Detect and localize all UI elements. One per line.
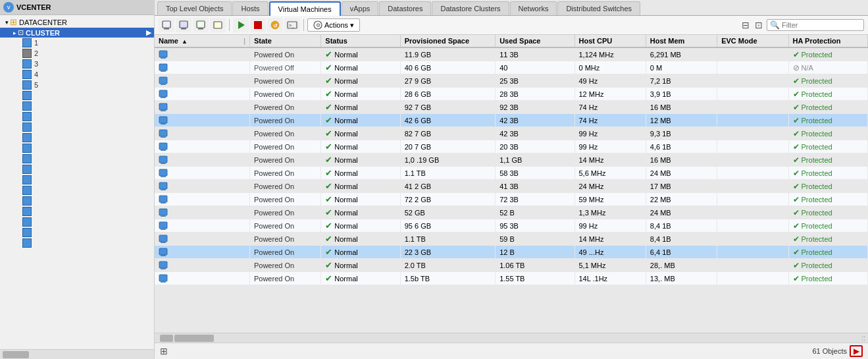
tab-datastore-clusters[interactable]: Datastore Clusters [432,1,509,15]
cell-status: ✔Normal [321,272,400,285]
svg-rect-38 [161,202,166,203]
tab-datastores[interactable]: Datastores [379,1,431,15]
col-prov[interactable]: Provisioned Space [400,35,495,47]
table-row[interactable]: Powered On✔Normal2.0 TB1.06 TB5,1 MHz28,… [155,259,868,272]
tab-vapps[interactable]: vApps [342,1,379,15]
table-row[interactable]: Powered On✔Normal1,0 .19 GB1,1 GB14 MHz1… [155,153,868,167]
actions-button[interactable]: ⚙ Actions ▾ [307,18,360,32]
vm-icon-3 [22,59,32,69]
table-row[interactable]: Powered On✔Normal72 2 GB72 3B59 MHz22 MB… [155,193,868,206]
sidebar-vm-row-extra12[interactable] [22,206,141,217]
cell-used: 25 3B [496,74,574,88]
sidebar-vm-item-5[interactable]: 5 [20,80,141,90]
svg-rect-19 [159,77,167,84]
sidebar-vm-row-extra11[interactable] [22,196,141,206]
tab-hosts[interactable]: Hosts [232,1,268,15]
table-scroll[interactable]: Name ▲ | State Status Provisioned Space … [155,35,868,333]
sidebar-item-datacenter[interactable]: ▾ ⊞ DATACENTER [0,16,154,28]
sidebar-vm-row-extra8[interactable] [22,164,141,175]
sidebar-vm-row-extra4[interactable] [22,122,141,132]
table-row[interactable]: Powered On✔Normal28 6 GB28 3B12 MHz3,9 1… [155,88,868,101]
table-row[interactable]: Powered On✔Normal1.1 TB59 B14 MHz8,4 1B✔… [155,233,868,246]
toolbar-btn-power-off[interactable] [250,18,266,32]
col-state[interactable]: State [249,35,320,47]
table-row[interactable]: Powered On✔Normal22 3 GB12 B49 ...Hz6,4 … [155,246,868,259]
table-row[interactable]: Powered On✔Normal42 6 GB42 3B74 Hz12 MB✔… [155,114,868,127]
toolbar-btn-power-on[interactable] [233,18,249,32]
cell-hcpu: 1,3 MHz [574,206,646,219]
sidebar-vm-row-extra5[interactable] [22,132,141,143]
export-icon[interactable]: ⊡ [753,18,764,32]
col-status[interactable]: Status [321,35,400,47]
cell-used: 1.55 TB [496,272,574,285]
table-row[interactable]: Powered On✔Normal11.9 GB11 3B1,124 MHz6,… [155,47,868,61]
sidebar-vm-row-extra9[interactable] [22,175,141,185]
sidebar-vm-row-extra15[interactable] [22,238,141,248]
table-row[interactable]: Powered On✔Normal20 7 GB20 3B99 Hz4,6 1B… [155,140,868,153]
toolbar-btn-3[interactable] [193,18,209,32]
sidebar-vm-row-extra6[interactable] [22,143,141,153]
hscroll-track[interactable] [174,335,860,342]
sidebar-item-cluster[interactable]: ▸ ⊡ CLUSTER ▶ [0,28,154,38]
tab-virtual-machines[interactable]: Virtual Machines [269,1,341,16]
col-used[interactable]: Used Space [496,35,574,47]
table-row[interactable]: Powered On✔Normal1.5b TB1.55 TB14L .1Hz1… [155,272,868,285]
cell-prov: 52 GB [400,206,495,219]
sidebar-vm-row-extra[interactable] [22,90,141,101]
table-row[interactable]: Powered On✔Normal27 9 GB25 3B49 Hz7,2 1B… [155,74,868,88]
filter-icon[interactable]: ⊟ [740,18,751,32]
cell-hmem: 22 MB [646,193,717,206]
col-hcpu[interactable]: Host CPU [574,35,646,47]
cell-ha: ✔Protected [788,180,867,193]
table-row[interactable]: Powered On✔Normal95 6 GB95 3B99 Hz8,4 1B… [155,219,868,233]
navigate-next-button[interactable]: ▶ [850,345,863,357]
sidebar-vm-row-extra3[interactable] [22,111,141,122]
table-row[interactable]: Powered Off✔Normal40 6 GB400 MHz0 M⊘N/A [155,61,868,74]
cell-state: Powered On [249,233,320,246]
stats-icon[interactable]: ⊞ [160,346,168,356]
table-row[interactable]: Powered On✔Normal52 GB52 B1,3 MHz24 MB✔P… [155,206,868,219]
filter-input[interactable] [782,21,861,29]
sidebar-hscroll[interactable] [0,349,154,359]
sidebar-vm-row-extra7[interactable] [22,153,141,164]
sidebar-vm-item-1[interactable]: 1 [20,38,141,48]
table-row[interactable]: Powered On✔Normal41 2 GB41 3B24 MHz17 MB… [155,180,868,193]
col-ha[interactable]: HA Protection [788,35,867,47]
col-resize-name[interactable]: | [243,37,245,45]
cell-status: ✔Normal [321,88,400,101]
cell-status: ✔Normal [321,233,400,246]
table-row[interactable]: Powered On✔Normal1.1 TB58 3B5,6 MHz24 MB… [155,167,868,180]
table-row[interactable]: Powered On✔Normal92 7 GB92 3B74 Hz16 MB✔… [155,101,868,114]
cell-evc [717,259,788,272]
col-evc[interactable]: EVC Mode [717,35,788,47]
cell-state: Powered On [249,114,320,127]
tab-distributed-switches[interactable]: Distributed Switches [557,1,640,15]
table-row[interactable]: Powered On✔Normal82 7 GB42 3B99 Hz9,3 1B… [155,127,868,140]
cell-hcpu: 5,1 MHz [574,259,646,272]
sidebar-vm-item-2[interactable]: 2 [20,48,141,59]
svg-rect-21 [159,90,167,97]
sidebar-vm-row-extra13[interactable] [22,217,141,227]
filter-box: 🔍 [767,19,864,31]
sidebar-vm-row-extra14[interactable] [22,227,141,238]
toolbar-btn-2[interactable] [176,18,191,32]
table-hscroll[interactable]: :: [155,333,868,343]
sidebar-vm-row-extra10[interactable] [22,185,141,196]
col-hmem[interactable]: Host Mem [646,35,717,47]
toolbar-btn-4[interactable] [210,18,226,32]
hscroll-left-btn[interactable] [160,335,173,342]
col-name[interactable]: Name ▲ | [155,35,249,47]
toolbar-btn-console[interactable]: >_ [284,18,300,32]
sidebar-vm-item-4[interactable]: 4 [20,69,141,80]
tab-top-level-objects[interactable]: Top Level Objects [157,1,232,15]
cell-status: ✔Normal [321,127,400,140]
sidebar-vm-row-extra2[interactable] [22,101,141,111]
cell-state: Powered On [249,140,320,153]
svg-rect-41 [159,222,167,229]
tab-networks[interactable]: Networks [510,1,557,15]
sidebar-vm-item-3[interactable]: 3 [20,59,141,69]
cell-hmem: 8,4 1B [646,233,717,246]
cell-state: Powered On [249,180,320,193]
toolbar-btn-suspend[interactable]: ↺ [267,18,283,32]
toolbar-btn-1[interactable] [159,18,174,32]
